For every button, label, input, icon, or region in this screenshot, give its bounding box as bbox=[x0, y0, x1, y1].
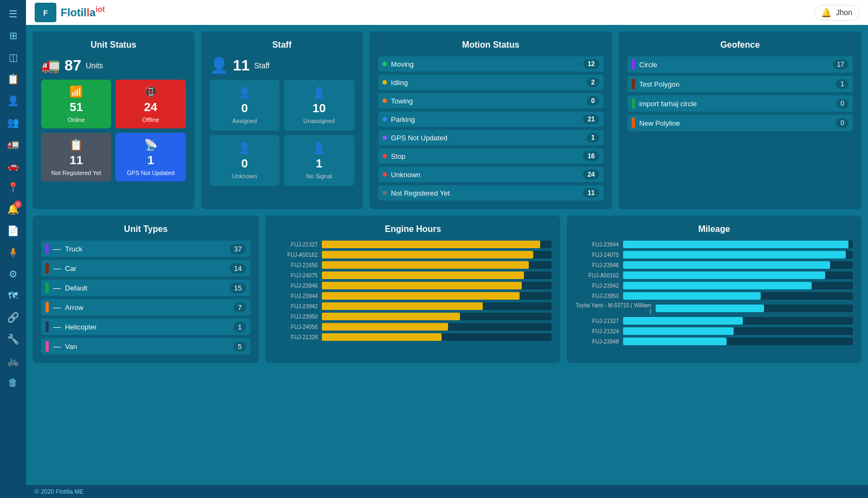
sidebar-item-bike[interactable]: 🚲 bbox=[3, 351, 23, 371]
unassigned-box[interactable]: 👤 10 Unassigned bbox=[284, 80, 354, 131]
type-item-count: 1 bbox=[234, 322, 246, 332]
unknown-label: Unknown bbox=[232, 173, 257, 179]
engine-chart-item: FUJ-23942 bbox=[274, 302, 552, 310]
motion-item-left: GPS Not Updated bbox=[383, 134, 448, 142]
unknown-box[interactable]: 👤 0 Unknown bbox=[210, 135, 280, 186]
motion-item-count: 11 bbox=[583, 188, 599, 198]
sidebar-item-truck[interactable]: 🚛 bbox=[3, 134, 23, 154]
geo-item[interactable]: import farhaj circle 0 bbox=[627, 95, 853, 112]
offline-label: Offline bbox=[142, 117, 159, 123]
type-list: — Truck 37 — Car 14 — Default 15 — Arrow… bbox=[41, 241, 250, 354]
type-item[interactable]: — Car 14 bbox=[41, 260, 250, 276]
motion-item-left: Towing bbox=[383, 97, 413, 105]
assigned-box[interactable]: 👤 0 Assigned bbox=[210, 80, 280, 131]
motion-item-left: Not Registered Yet bbox=[383, 189, 450, 197]
type-item[interactable]: — Truck 37 bbox=[41, 241, 250, 257]
mileage-bar-bg bbox=[623, 317, 853, 325]
engine-chart-item: FUJ-24056 bbox=[274, 323, 552, 331]
mileage-bar bbox=[656, 305, 764, 312]
type-item-count: 14 bbox=[230, 263, 246, 274]
motion-item[interactable]: Idling 2 bbox=[378, 75, 604, 90]
engine-bar bbox=[322, 251, 533, 258]
footer: © 2020 Flotilla ME bbox=[26, 485, 868, 498]
motion-item-label: Unknown bbox=[391, 171, 420, 179]
offline-count: 24 bbox=[144, 100, 157, 114]
motion-item[interactable]: Unknown 24 bbox=[378, 167, 604, 182]
engine-hours-chart: FUJ-21327 FUJ-A50162 FUJ-21656 FUJ-24075… bbox=[274, 241, 552, 341]
unit-types-title: Unit Types bbox=[41, 224, 250, 234]
user-profile[interactable]: 🔔 Jhon bbox=[814, 5, 859, 21]
sidebar-item-person[interactable]: 🧍 bbox=[3, 243, 23, 262]
type-item[interactable]: — Arrow 7 bbox=[41, 299, 250, 315]
type-item-left: — Default bbox=[46, 282, 87, 293]
sidebar-item-bell[interactable]: 🔔0 bbox=[3, 199, 23, 219]
mileage-bar-bg bbox=[623, 251, 853, 258]
mileage-chart: FUJ-23944 FUJ-24075 FUJ-23946 FUJ-A50162… bbox=[575, 241, 853, 345]
geo-item[interactable]: New Polyline 0 bbox=[627, 115, 853, 131]
sidebar-item-users[interactable]: 👥 bbox=[3, 113, 23, 132]
motion-item[interactable]: Parking 21 bbox=[378, 112, 604, 127]
motion-dot bbox=[383, 99, 387, 103]
geo-item[interactable]: Test Polygon 1 bbox=[627, 76, 853, 92]
motion-item[interactable]: Moving 12 bbox=[378, 56, 604, 72]
no-signal-label: No Signal bbox=[306, 173, 332, 179]
motion-item-left: Stop bbox=[383, 152, 406, 160]
header: F Flotillaiot 🔔 Jhon bbox=[26, 0, 868, 25]
offline-box[interactable]: 📵 24 Offline bbox=[115, 80, 185, 128]
sidebar-item-vehicle[interactable]: 🚗 bbox=[3, 156, 23, 176]
sidebar-item-trash[interactable]: 🗑 bbox=[3, 373, 23, 392]
sidebar-item-map[interactable]: 📍 bbox=[3, 178, 23, 197]
motion-item-count: 21 bbox=[583, 114, 599, 124]
geo-list: Circle 17 Test Polygon 1 import farhaj c… bbox=[627, 56, 853, 131]
type-color-bar bbox=[46, 341, 49, 352]
engine-bar-bg bbox=[322, 241, 552, 248]
engine-item-label: FUJ-23946 bbox=[274, 283, 318, 289]
sidebar-item-user[interactable]: 👤 bbox=[3, 91, 23, 111]
not-registered-count: 11 bbox=[69, 153, 82, 167]
sidebar-item-integration[interactable]: 🔗 bbox=[3, 308, 23, 327]
type-item[interactable]: — Van 5 bbox=[41, 338, 250, 354]
logo-area: F Flotillaiot bbox=[35, 3, 105, 22]
sidebar-item-tool[interactable]: 🔧 bbox=[3, 329, 23, 349]
staff-title: Staff bbox=[210, 40, 354, 50]
motion-status-title: Motion Status bbox=[378, 40, 604, 50]
mileage-item-label: FUJ-23944 bbox=[575, 242, 619, 248]
motion-item-left: Idling bbox=[383, 79, 408, 87]
gps-not-updated-box[interactable]: 📡 1 GPS Not Updated bbox=[115, 133, 185, 182]
engine-item-label: FUJ-24056 bbox=[274, 324, 318, 330]
mileage-bar-bg bbox=[623, 338, 853, 345]
sidebar-item-grid[interactable]: ⊞ bbox=[3, 26, 23, 46]
motion-item-label: Parking bbox=[391, 115, 415, 124]
sidebar-item-location[interactable]: 🗺 bbox=[3, 286, 23, 306]
engine-bar-bg bbox=[322, 251, 552, 258]
sidebar-item-menu[interactable]: ☰ bbox=[3, 4, 23, 24]
sidebar-item-layers[interactable]: ◫ bbox=[3, 48, 23, 67]
engine-bar bbox=[322, 302, 483, 310]
unit-grid: 📶 51 Online 📵 24 Offline 📋 11 Not Regist… bbox=[41, 80, 186, 182]
motion-item[interactable]: GPS Not Updated 1 bbox=[378, 130, 604, 145]
mileage-item-label: FUJ-23946 bbox=[575, 262, 619, 268]
geo-item[interactable]: Circle 17 bbox=[627, 56, 853, 73]
no-signal-box[interactable]: 👤 1 No Signal bbox=[284, 135, 354, 186]
not-registered-box[interactable]: 📋 11 Not Registered Yet bbox=[41, 133, 111, 182]
sidebar-item-settings[interactable]: ⚙ bbox=[3, 264, 23, 284]
motion-item[interactable]: Not Registered Yet 11 bbox=[378, 185, 604, 201]
online-count: 51 bbox=[69, 100, 82, 114]
mileage-item-label: FUJ-A50162 bbox=[575, 273, 619, 279]
engine-bar bbox=[322, 241, 540, 248]
sidebar-item-document[interactable]: 📄 bbox=[3, 221, 23, 241]
motion-status-card: Motion Status Moving 12 Idling 2 Towing … bbox=[370, 31, 612, 209]
mileage-bar bbox=[623, 271, 825, 279]
motion-item-label: Idling bbox=[391, 79, 408, 87]
type-item[interactable]: — Helicopter 1 bbox=[41, 319, 250, 335]
motion-item[interactable]: Stop 16 bbox=[378, 148, 604, 164]
assigned-count: 0 bbox=[241, 101, 248, 115]
type-item[interactable]: — Default 15 bbox=[41, 280, 250, 296]
engine-item-label: FUJ-23950 bbox=[274, 314, 318, 320]
type-color-bar bbox=[46, 243, 49, 254]
engine-bar bbox=[322, 261, 528, 269]
geo-item-label: Test Polygon bbox=[639, 80, 679, 88]
sidebar-item-reports[interactable]: 📋 bbox=[3, 69, 23, 89]
motion-item[interactable]: Towing 0 bbox=[378, 93, 604, 108]
online-box[interactable]: 📶 51 Online bbox=[41, 80, 111, 128]
